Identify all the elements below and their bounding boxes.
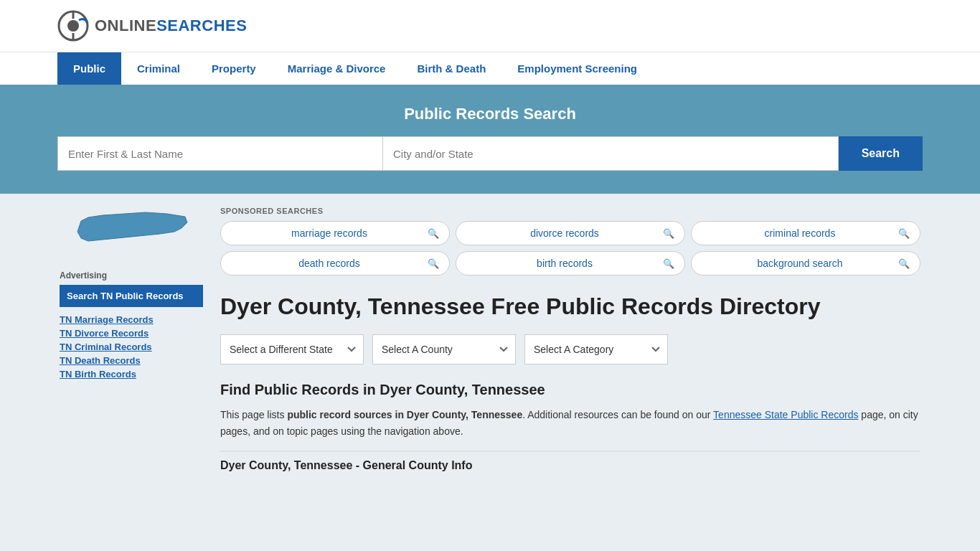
state-image bbox=[60, 207, 203, 259]
svg-point-1 bbox=[67, 20, 79, 32]
sidebar-link-divorce[interactable]: TN Divorce Records bbox=[60, 328, 203, 339]
sponsored-label: SPONSORED SEARCHES bbox=[220, 207, 920, 215]
sponsored-pill-divorce[interactable]: divorce records 🔍 bbox=[456, 221, 685, 245]
nav-item-birth-death[interactable]: Birth & Death bbox=[401, 52, 501, 85]
sponsored-pill-death[interactable]: death records 🔍 bbox=[220, 251, 450, 276]
sponsored-pill-birth-text: birth records bbox=[466, 258, 663, 269]
sponsored-grid: marriage records 🔍 divorce records 🔍 cri… bbox=[220, 221, 920, 276]
category-dropdown[interactable]: Select A Category bbox=[524, 334, 668, 364]
sidebar-link-birth[interactable]: TN Birth Records bbox=[60, 369, 203, 380]
sponsored-pill-marriage-text: marriage records bbox=[231, 227, 428, 239]
search-icon-divorce: 🔍 bbox=[663, 228, 674, 239]
nav-item-criminal[interactable]: Criminal bbox=[121, 52, 196, 85]
sponsored-pill-divorce-text: divorce records bbox=[466, 227, 663, 239]
tennessee-records-link[interactable]: Tennessee State Public Records bbox=[713, 409, 858, 420]
find-section: Find Public Records in Dyer County, Tenn… bbox=[220, 382, 920, 439]
find-title: Find Public Records in Dyer County, Tenn… bbox=[220, 382, 920, 398]
section-divider: Dyer County, Tennessee - General County … bbox=[220, 451, 920, 472]
search-row: Search bbox=[57, 136, 923, 171]
search-icon-criminal: 🔍 bbox=[898, 228, 910, 239]
sidebar-link-marriage[interactable]: TN Marriage Records bbox=[60, 314, 203, 325]
sponsored-pill-marriage[interactable]: marriage records 🔍 bbox=[220, 221, 450, 245]
search-icon-birth: 🔍 bbox=[663, 258, 674, 269]
dropdowns-row: Select a Different State Select A County… bbox=[220, 334, 920, 364]
tennessee-shape-icon bbox=[74, 207, 189, 257]
sponsored-pill-background-text: background search bbox=[702, 258, 898, 269]
sidebar-link-criminal[interactable]: TN Criminal Records bbox=[60, 342, 203, 352]
sidebar-link-death[interactable]: TN Death Records bbox=[60, 355, 203, 366]
search-banner: Public Records Search Search bbox=[0, 85, 980, 194]
find-desc-bold: public record sources in Dyer County, Te… bbox=[287, 409, 522, 420]
county-dropdown[interactable]: Select A County bbox=[372, 334, 516, 364]
search-icon-background: 🔍 bbox=[898, 258, 910, 269]
logo-icon bbox=[57, 10, 89, 42]
find-description: This page lists public record sources in… bbox=[220, 407, 920, 439]
search-icon-death: 🔍 bbox=[428, 258, 439, 269]
content-area: SPONSORED SEARCHES marriage records 🔍 di… bbox=[220, 207, 920, 472]
find-desc-middle: . Additional resources can be found on o… bbox=[522, 409, 713, 420]
logo-text: ONLINESEARCHES bbox=[95, 17, 247, 35]
nav-item-property[interactable]: Property bbox=[196, 52, 272, 85]
sponsored-pill-birth[interactable]: birth records 🔍 bbox=[456, 251, 685, 276]
sidebar: Advertising Search TN Public Records TN … bbox=[60, 207, 203, 472]
nav-item-marriage-divorce[interactable]: Marriage & Divorce bbox=[272, 52, 402, 85]
name-input[interactable] bbox=[57, 136, 382, 171]
location-input[interactable] bbox=[382, 136, 839, 171]
main-nav: Public Criminal Property Marriage & Divo… bbox=[0, 52, 980, 85]
search-banner-title: Public Records Search bbox=[57, 105, 923, 123]
search-icon-marriage: 🔍 bbox=[428, 228, 439, 239]
main-container: Advertising Search TN Public Records TN … bbox=[45, 194, 935, 485]
logo: ONLINESEARCHES bbox=[57, 10, 247, 42]
nav-item-public[interactable]: Public bbox=[57, 52, 121, 85]
sidebar-ad-box[interactable]: Search TN Public Records bbox=[60, 285, 203, 307]
sponsored-pill-background[interactable]: background search 🔍 bbox=[691, 251, 920, 276]
search-button[interactable]: Search bbox=[839, 136, 923, 171]
state-dropdown[interactable]: Select a Different State bbox=[220, 334, 364, 364]
general-info-title: Dyer County, Tennessee - General County … bbox=[220, 459, 920, 472]
find-desc-start: This page lists bbox=[220, 409, 287, 420]
sponsored-pill-death-text: death records bbox=[231, 258, 428, 269]
advertising-label: Advertising bbox=[60, 270, 203, 281]
page-title: Dyer County, Tennessee Free Public Recor… bbox=[220, 293, 920, 320]
sponsored-pill-criminal-text: criminal records bbox=[702, 227, 898, 239]
header: ONLINESEARCHES bbox=[0, 0, 980, 52]
nav-item-employment[interactable]: Employment Screening bbox=[501, 52, 653, 85]
sponsored-pill-criminal[interactable]: criminal records 🔍 bbox=[691, 221, 920, 245]
